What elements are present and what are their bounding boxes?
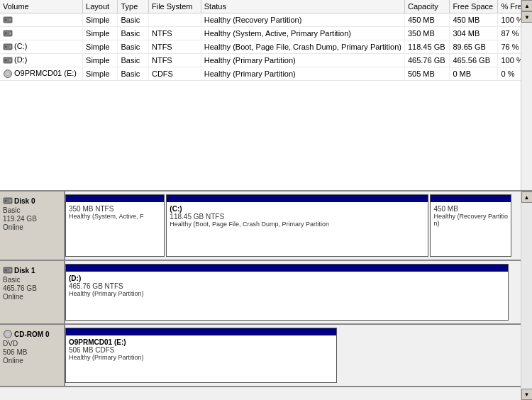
col-header-volume: Volume [0,0,83,13]
scroll-down-btn[interactable]: ▼ [521,11,532,23]
disk-id-label: Disk 0 [14,197,35,205]
cell-free: 0 MB [450,67,498,80]
hdd-icon [3,42,14,50]
partition-size: 450 MB [433,205,508,213]
table-row[interactable]: SimpleBasicNTFSHealthy (System, Active, … [0,26,532,40]
disk-icon [3,196,13,206]
partition-content: (C:) 118.45 GB NTFS Healthy (Boot, Page … [170,205,425,228]
partition-header-bar [66,328,336,335]
partition-size: 350 MB NTFS [69,205,161,213]
cell-layout: Simple [83,40,118,53]
col-header-type: Type [118,0,149,13]
partition-content: 450 MB Healthy (Recovery Partition) [433,205,508,227]
disk-label: CD-ROM 0 DVD 506 MB Online [0,325,65,386]
cell-status: Healthy (Boot, Page File, Crash Dump, Pr… [201,40,404,53]
disk-row: Disk 1 Basic 465.76 GB Online (D:) 465.7… [0,261,521,325]
partition-size: 118.45 GB NTFS [170,213,425,221]
partition-visual-area: O9PRMCD01 (E:) 506 MB CDFS Healthy (Prim… [65,325,521,386]
table-row[interactable]: (D:)SimpleBasicNTFSHealthy (Primary Part… [0,53,532,67]
partition-header-bar [66,195,164,202]
cell-layout: Simple [83,67,118,80]
svg-point-5 [5,32,7,34]
cell-type: Basic [118,13,149,26]
partition-header-bar [167,195,428,202]
scroll-disk-track[interactable] [521,203,532,389]
cell-free: 304 MB [450,26,498,40]
cell-type: Basic [118,40,149,53]
cd-icon [3,69,14,77]
disk-id: Disk 0 [3,196,61,206]
cell-type: Basic [118,53,149,67]
svg-rect-10 [9,59,11,62]
table-row[interactable]: (C:)SimpleBasicNTFSHealthy (Boot, Page F… [0,40,532,53]
svg-point-11 [5,59,7,61]
disk-id: Disk 1 [3,265,61,275]
top-scrollbar[interactable]: ▲ ▼ [521,0,532,190]
col-header-layout: Layout [83,0,118,13]
disk-status: Online [3,357,61,365]
cell-volume: O9PRMCD01 (E:) [0,67,83,80]
cell-status: Healthy (Recovery Partition) [201,13,404,26]
svg-rect-4 [9,32,11,35]
cell-filesystem: NTFS [148,40,201,53]
cell-volume: (C:) [0,40,83,53]
partition-content: O9PRMCD01 (E:) 506 MB CDFS Healthy (Prim… [69,338,333,361]
scroll-up-disk-btn[interactable]: ▲ [521,191,533,203]
disk-size: 465.76 GB [3,284,61,292]
cell-free: 465.56 GB [450,53,498,67]
cell-capacity: 350 MB [404,26,449,40]
partition-status: Healthy (System, Active, F [69,213,161,220]
partition-content: 350 MB NTFS Healthy (System, Active, F [69,205,161,220]
partition-block[interactable]: (C:) 118.45 GB NTFS Healthy (Boot, Page … [166,194,428,257]
partition-block[interactable]: 450 MB Healthy (Recovery Partition) [430,194,511,257]
disk-id-label: CD-ROM 0 [14,330,49,338]
table-row[interactable]: O9PRMCD01 (E:)SimpleBasicCDFSHealthy (Pr… [0,67,532,80]
disk-management-window: VolumeLayoutTypeFile SystemStatusCapacit… [0,0,532,400]
svg-point-17 [5,200,7,202]
partition-block[interactable]: 350 MB NTFS Healthy (System, Active, F [65,194,165,257]
bottom-scrollbar[interactable]: ▲ ▼ [521,191,532,400]
disk-size: 506 MB [3,348,61,356]
table-row[interactable]: SimpleBasicHealthy (Recovery Partition)4… [0,13,532,26]
cell-layout: Simple [83,26,118,40]
partition-size: 465.76 GB NTFS [69,282,505,290]
partition-block[interactable]: O9PRMCD01 (E:) 506 MB CDFS Healthy (Prim… [65,328,337,383]
disk-icon [3,329,13,339]
svg-point-8 [5,45,7,48]
col-header-free-space: Free Space [450,0,498,13]
cell-status: Healthy (System, Active, Primary Partiti… [201,26,404,40]
disk-type: Basic [3,276,61,284]
cell-capacity: 465.76 GB [404,53,449,67]
partition-status: Healthy (Recovery Partition) [433,213,508,227]
partition-block[interactable]: (D:) 465.76 GB NTFS Healthy (Primary Par… [65,264,509,321]
col-header-status: Status [201,0,404,13]
disk-status: Online [3,293,61,301]
hdd-icon [3,55,14,64]
cell-filesystem: CDFS [148,67,201,80]
cell-status: Healthy (Primary Partition) [201,67,404,80]
volume-list-section: VolumeLayoutTypeFile SystemStatusCapacit… [0,0,532,191]
partition-content: (D:) 465.76 GB NTFS Healthy (Primary Par… [69,274,505,297]
cell-type: Basic [118,26,149,40]
disk-status: Online [3,223,61,231]
disk-id-label: Disk 1 [14,267,35,274]
cell-layout: Simple [83,13,118,26]
scroll-down-disk-btn[interactable]: ▼ [521,389,533,400]
svg-point-2 [5,18,7,21]
disk-type: DVD [3,340,61,348]
disk-visual-section: Disk 0 Basic 119.24 GB Online 350 MB NTF… [0,191,532,400]
disk-id: CD-ROM 0 [3,329,61,339]
partition-label: (D:) [69,274,505,282]
cell-filesystem [148,13,201,26]
disk-row: Disk 0 Basic 119.24 GB Online 350 MB NTF… [0,191,521,261]
hdd-icon [3,28,14,37]
scroll-up-btn[interactable]: ▲ [521,0,532,11]
svg-rect-7 [9,45,11,48]
cell-free: 89.65 GB [450,40,498,53]
volume-table: VolumeLayoutTypeFile SystemStatusCapacit… [0,0,532,81]
partition-label: O9PRMCD01 (E:) [69,338,333,346]
disk-size: 119.24 GB [3,215,61,223]
partition-visual-area: (D:) 465.76 GB NTFS Healthy (Primary Par… [65,261,521,323]
cell-filesystem: NTFS [148,53,201,67]
partition-status: Healthy (Primary Partition) [69,354,333,361]
